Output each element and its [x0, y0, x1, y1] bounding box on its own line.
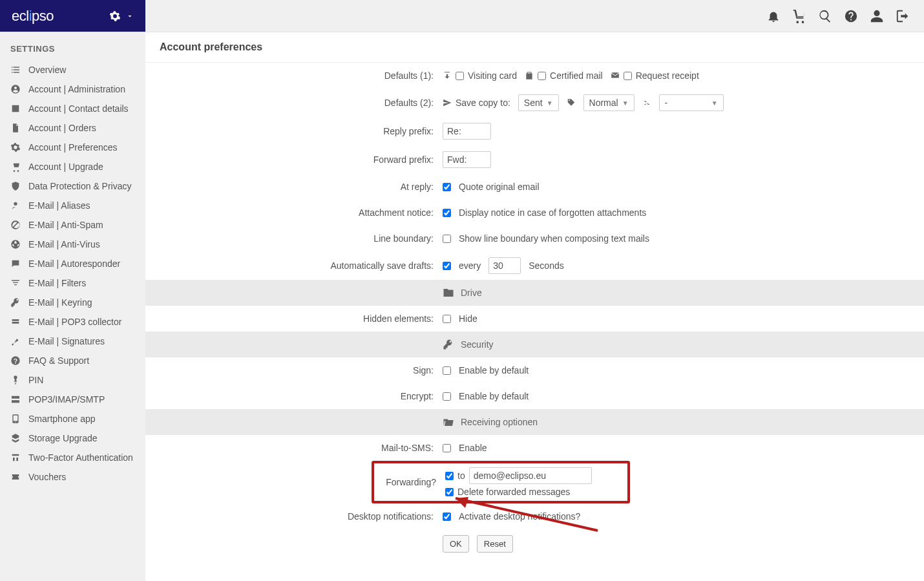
globe-shield-icon: [10, 239, 21, 249]
extra-select[interactable]: -▼: [659, 94, 724, 111]
gear-icon: [109, 10, 121, 22]
chat-icon: [10, 259, 21, 269]
download-icon: [443, 71, 452, 80]
sidebar-item-10[interactable]: E-Mail | Autoresponder: [0, 254, 145, 273]
line-boundary-label: Line boundary:: [145, 233, 443, 244]
forward-prefix-input[interactable]: [443, 151, 491, 168]
sidebar-item-label: Overview: [28, 65, 66, 75]
priority-select[interactable]: Normal▼: [583, 94, 635, 111]
ok-button[interactable]: OK: [443, 535, 469, 553]
desktop-notif-checkbox[interactable]: [443, 512, 451, 521]
delete-forwarded-checkbox[interactable]: [445, 488, 454, 496]
sidebar-item-18[interactable]: Smartphone app: [0, 409, 145, 428]
collect-icon: [10, 317, 21, 327]
sidebar-item-label: E-Mail | Autoresponder: [28, 259, 120, 269]
sidebar-item-label: E-Mail | Filters: [28, 278, 86, 288]
sidebar-item-9[interactable]: E-Mail | Anti-Virus: [0, 235, 145, 254]
sidebar-item-12[interactable]: E-Mail | Keyring: [0, 293, 145, 312]
storage-icon: [10, 433, 21, 443]
sidebar-item-17[interactable]: POP3/IMAP/SMTP: [0, 390, 145, 409]
sidebar-item-3[interactable]: Account | Orders: [0, 118, 145, 138]
sidebar: SETTINGS OverviewAccount | Administratio…: [0, 32, 145, 581]
forwarding-to-checkbox[interactable]: [445, 472, 454, 480]
sidebar-item-0[interactable]: Overview: [0, 60, 145, 79]
defaults2-label: Defaults (2):: [145, 98, 443, 108]
sidebar-item-20[interactable]: Two-Factor Authentication: [0, 448, 145, 467]
random-icon: [642, 98, 651, 107]
key-icon: [10, 297, 21, 308]
sidebar-item-label: Two-Factor Authentication: [28, 452, 133, 463]
visiting-card-checkbox[interactable]: [456, 72, 464, 80]
sidebar-item-2[interactable]: Account | Contact details: [0, 99, 145, 118]
sidebar-item-label: Account | Upgrade: [28, 162, 103, 172]
mail-to-sms-checkbox[interactable]: [443, 444, 451, 452]
sidebar-item-15[interactable]: FAQ & Support: [0, 351, 145, 370]
line-boundary-checkbox[interactable]: [443, 235, 451, 243]
sidebar-item-label: FAQ & Support: [28, 355, 89, 366]
form-area: Defaults (1): Visiting card Certified ma…: [145, 63, 924, 581]
help-icon: [10, 355, 21, 366]
user-circle-icon: [10, 84, 21, 94]
sidebar-item-21[interactable]: Vouchers: [0, 467, 145, 487]
tag-icon: [567, 98, 576, 107]
sidebar-item-6[interactable]: Data Protection & Privacy: [0, 176, 145, 196]
quote-original-checkbox[interactable]: [443, 183, 451, 191]
sidebar-item-16[interactable]: PIN: [0, 370, 145, 390]
sidebar-item-label: E-Mail | Keyring: [28, 297, 92, 308]
search-icon[interactable]: [818, 9, 832, 23]
security-section-title: Security: [461, 339, 494, 350]
request-receipt-checkbox[interactable]: [624, 72, 632, 80]
sign-icon: [10, 336, 21, 346]
reply-prefix-input[interactable]: [443, 123, 491, 140]
brand-logo[interactable]: eclipso: [0, 0, 145, 32]
forwarding-email-input[interactable]: [469, 467, 592, 484]
sent-folder-select[interactable]: Sent▼: [518, 94, 559, 111]
sidebar-item-1[interactable]: Account | Administration: [0, 79, 145, 99]
sign-checkbox[interactable]: [443, 366, 451, 375]
sidebar-item-label: Vouchers: [28, 472, 66, 482]
sidebar-item-label: Account | Administration: [28, 84, 125, 94]
shield-icon: [10, 181, 21, 191]
drive-section-title: Drive: [461, 288, 482, 298]
sidebar-item-14[interactable]: E-Mail | Signatures: [0, 332, 145, 351]
sidebar-item-label: Storage Upgrade: [28, 433, 98, 443]
certified-mail-checkbox[interactable]: [538, 72, 546, 80]
sidebar-item-5[interactable]: Account | Upgrade: [0, 157, 145, 176]
receipt-icon: [611, 71, 620, 80]
logout-icon[interactable]: [896, 9, 910, 23]
sidebar-item-11[interactable]: E-Mail | Filters: [0, 273, 145, 293]
sidebar-item-label: E-Mail | POP3 collector: [28, 317, 121, 327]
help-icon[interactable]: [844, 9, 858, 23]
cart-icon[interactable]: [792, 9, 806, 23]
user-icon[interactable]: [870, 9, 884, 23]
pin-icon: [10, 375, 21, 385]
encrypt-checkbox[interactable]: [443, 392, 451, 401]
forward-prefix-label: Forward prefix:: [145, 154, 443, 165]
reset-button[interactable]: Reset: [477, 535, 513, 553]
folder-open-icon: [443, 416, 454, 428]
topbar-actions: [766, 0, 924, 32]
sidebar-item-8[interactable]: E-Mail | Anti-Spam: [0, 215, 145, 235]
alias-icon: [10, 200, 21, 211]
sidebar-item-13[interactable]: E-Mail | POP3 collector: [0, 312, 145, 332]
sidebar-item-7[interactable]: E-Mail | Aliases: [0, 196, 145, 215]
2fa-icon: [10, 452, 21, 463]
nospam-icon: [10, 220, 21, 230]
autosave-interval-input[interactable]: [488, 257, 521, 274]
forwarding-highlight: Forwarding? to Delete forwarded messages: [372, 461, 630, 503]
phone-icon: [10, 414, 21, 424]
sidebar-title: SETTINGS: [0, 39, 145, 60]
filter-icon: [10, 278, 21, 288]
folder-icon: [443, 287, 454, 299]
autosave-checkbox[interactable]: [443, 262, 451, 270]
brand-text: eclipso: [12, 8, 54, 25]
list-icon: [10, 65, 21, 75]
mail-to-sms-label: Mail-to-SMS:: [145, 443, 443, 453]
hidden-elements-label: Hidden elements:: [145, 313, 443, 324]
bell-icon[interactable]: [766, 9, 781, 23]
brand-gear-menu[interactable]: [109, 10, 134, 22]
sidebar-item-19[interactable]: Storage Upgrade: [0, 428, 145, 448]
hide-checkbox[interactable]: [443, 315, 451, 323]
attachment-notice-checkbox[interactable]: [443, 209, 451, 217]
sidebar-item-4[interactable]: Account | Preferences: [0, 138, 145, 157]
